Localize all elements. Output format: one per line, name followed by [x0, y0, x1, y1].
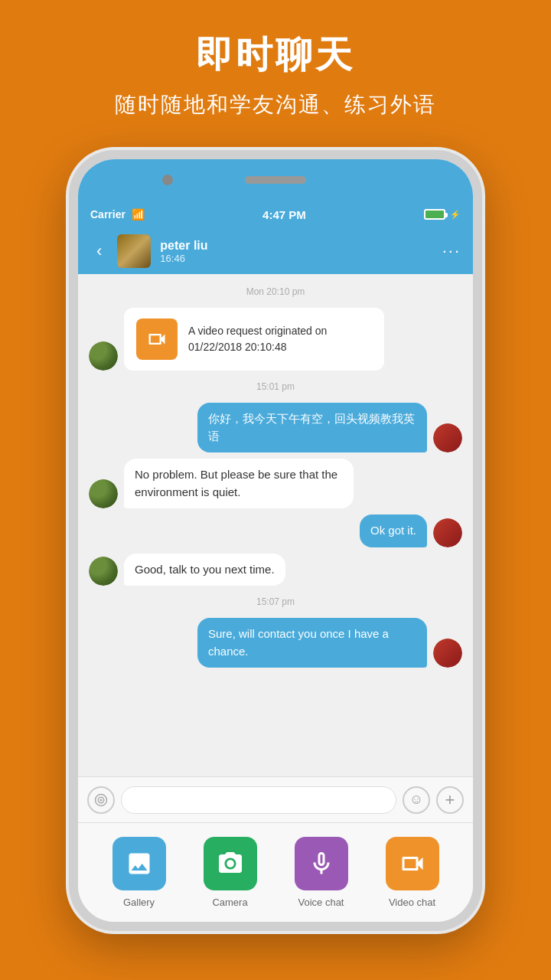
message-row-self-2: Ok got it. [89, 514, 462, 547]
bubble-self-2: Ok got it. [360, 514, 427, 547]
message-row-other: No problem. But please be sure that the … [89, 459, 462, 508]
self-avatar-3 [433, 639, 462, 668]
status-time: 4:47 PM [262, 208, 306, 221]
page-title: 即时聊天 [31, 31, 520, 80]
bubble-self-3: Sure, will contact you once I have a cha… [197, 618, 427, 668]
page-subtitle: 随时随地和学友沟通、练习外语 [31, 90, 520, 119]
action-bar: Gallery Camera Voice chat [78, 822, 473, 922]
bubble-other-2: Good, talk to you next time. [124, 554, 285, 586]
phone-frame: Carrier 📶 4:47 PM ⚡ ‹ peter liu 16:46 ··… [69, 150, 482, 931]
video-request-icon [136, 318, 178, 360]
gallery-action[interactable]: Gallery [112, 837, 166, 908]
other-avatar-2 [89, 479, 118, 508]
timestamp-3: 15:07 pm [89, 596, 462, 607]
status-right: ⚡ [424, 209, 461, 220]
gallery-icon-box [112, 837, 166, 890]
front-camera [162, 175, 173, 185]
avatar-image [117, 234, 151, 268]
message-input[interactable] [121, 786, 396, 814]
voice-action[interactable]: Voice chat [295, 837, 348, 908]
status-bar: Carrier 📶 4:47 PM ⚡ [78, 201, 473, 228]
voice-input-button[interactable] [87, 786, 115, 814]
video-label: Video chat [389, 897, 435, 908]
other-avatar-1 [89, 341, 118, 371]
self-avatar-1 [433, 423, 462, 452]
chat-area[interactable]: Mon 20:10 pm A video request originated … [78, 274, 473, 776]
timestamp-2: 15:01 pm [89, 381, 462, 392]
charging-icon: ⚡ [450, 210, 461, 220]
voice-label: Voice chat [298, 897, 344, 908]
voice-icon-box [295, 837, 348, 890]
contact-info: peter liu 16:46 [160, 239, 432, 264]
phone-mockup: Carrier 📶 4:47 PM ⚡ ‹ peter liu 16:46 ··… [0, 142, 551, 931]
bubble-self-1: 你好，我今天下午有空，回头视频教我英语 [197, 403, 427, 452]
phone-notch [78, 159, 473, 201]
contact-status: 16:46 [160, 253, 432, 264]
message-row-other-2: Good, talk to you next time. [89, 554, 462, 586]
timestamp-1: Mon 20:10 pm [89, 286, 462, 297]
speaker [245, 176, 306, 184]
status-left: Carrier 📶 [90, 208, 145, 220]
contact-avatar [117, 234, 151, 268]
camera-icon-box [204, 837, 257, 890]
emoji-button[interactable]: ☺ [403, 786, 430, 814]
video-action[interactable]: Video chat [386, 837, 439, 908]
input-bar: ☺ + [78, 776, 473, 822]
gallery-label: Gallery [123, 897, 155, 908]
video-request-text: A video request originated on 01/22/2018… [188, 323, 372, 355]
carrier-label: Carrier [90, 208, 126, 220]
back-button[interactable]: ‹ [90, 238, 108, 264]
video-request-card: A video request originated on 01/22/2018… [124, 308, 384, 371]
more-options-button[interactable]: ··· [442, 241, 461, 261]
camera-action[interactable]: Camera [204, 837, 257, 908]
nav-bar: ‹ peter liu 16:46 ··· [78, 228, 473, 274]
svg-point-2 [100, 799, 103, 801]
video-icon-box [386, 837, 439, 890]
contact-name: peter liu [160, 239, 432, 253]
other-avatar-3 [89, 557, 118, 586]
self-avatar-2 [433, 518, 462, 547]
camera-label: Camera [212, 897, 247, 908]
attachment-button[interactable]: + [436, 786, 464, 814]
top-header: 即时聊天 随时随地和学友沟通、练习外语 [0, 0, 551, 142]
battery-icon [424, 209, 445, 220]
message-row-self: 你好，我今天下午有空，回头视频教我英语 [89, 403, 462, 452]
bubble-other-1: No problem. But please be sure that the … [124, 459, 354, 508]
message-row: A video request originated on 01/22/2018… [89, 308, 462, 371]
message-row-self-3: Sure, will contact you once I have a cha… [89, 618, 462, 668]
wifi-icon: 📶 [132, 208, 145, 220]
